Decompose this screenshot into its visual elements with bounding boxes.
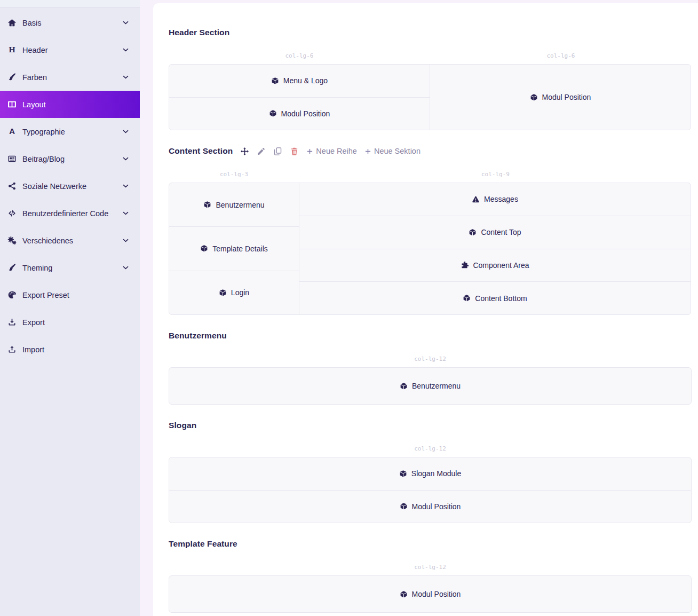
chevron-down-icon [122, 210, 129, 217]
module-cell[interactable]: Component Area [299, 249, 691, 282]
col-width-label: col-lg-12 [169, 564, 692, 571]
sidebar-item-theming[interactable]: Theming [0, 254, 140, 281]
sidebar-item-farben[interactable]: Farben [0, 64, 140, 91]
sidebar-item-label: Verschiedenes [22, 236, 73, 245]
chevron-down-icon [122, 46, 129, 53]
palette-icon [6, 290, 18, 299]
sidebar-item-typographie[interactable]: Typographie [0, 118, 140, 145]
sidebar-item-header[interactable]: Header [0, 36, 140, 64]
plus-icon [364, 148, 371, 155]
module-cell[interactable]: Menu & Logo [169, 64, 430, 98]
sidebar-item-label: Export [22, 318, 45, 327]
cube-icon [400, 382, 408, 390]
module-cell[interactable]: Content Bottom [299, 281, 691, 315]
sidebar-item-export[interactable]: Export [0, 309, 140, 336]
module-label: Modul Position [412, 502, 461, 511]
heading-icon [6, 45, 18, 54]
module-label: Login [231, 288, 249, 297]
move-icon[interactable] [240, 147, 249, 156]
module-label: Content Top [481, 228, 521, 236]
col-width-label: col-lg-12 [169, 445, 692, 452]
sidebar-item-label: Typographie [22, 128, 65, 136]
brush-icon [6, 73, 18, 82]
chevron-down-icon [122, 264, 129, 271]
home-icon [6, 18, 18, 27]
newspaper-icon [6, 154, 18, 163]
builder-column: Slogan Module Modul Position [169, 457, 692, 523]
chevron-down-icon [122, 237, 129, 244]
module-cell[interactable]: Modul Position [430, 64, 691, 130]
column-width-labels: col-lg-3 col-lg-9 [169, 171, 692, 178]
col-width-label: col-lg-3 [169, 171, 299, 178]
builder-section-content: Content Section Neue Reihe Neue Sektion … [169, 146, 692, 315]
module-label: Messages [484, 195, 518, 203]
module-cell[interactable]: Slogan Module [169, 457, 692, 491]
builder-column: Modul Position [169, 575, 692, 613]
sidebar-item-beitrag-blog[interactable]: Beitrag/Blog [0, 145, 140, 172]
cogs-icon [6, 236, 18, 245]
section-title: Template Feature [169, 539, 237, 549]
builder-column: Benutzermenu Template Details Login [169, 183, 299, 315]
brush-icon [6, 263, 18, 272]
module-cell[interactable]: Benutzermenu [169, 183, 299, 227]
sidebar-item-verschiedenes[interactable]: Verschiedenes [0, 227, 140, 254]
sidebar-item-label: Import [22, 345, 44, 354]
layout-builder-panel: Header Section col-lg-6 col-lg-6 Menu & … [153, 3, 698, 616]
module-cell[interactable]: Modul Position [169, 575, 692, 613]
cube-icon [530, 93, 538, 101]
section-title: Slogan [169, 421, 196, 430]
sidebar-top-strip [0, 0, 140, 8]
copy-icon[interactable] [273, 147, 282, 156]
module-cell[interactable]: Modul Position [169, 97, 430, 131]
module-label: Slogan Module [411, 469, 461, 478]
builder-section-benutzermenu: Benutzermenu col-lg-12 Benutzermenu [169, 331, 692, 405]
warning-icon [472, 195, 480, 203]
sidebar-nav: Basis Header Farben Layout Typographie B… [0, 8, 140, 363]
sidebar-item-layout[interactable]: Layout [0, 91, 140, 118]
sidebar-item-label: Header [22, 46, 48, 54]
new-row-button[interactable]: Neue Reihe [306, 147, 357, 155]
trash-icon[interactable] [290, 147, 299, 156]
module-label: Benutzermenu [216, 201, 264, 209]
col-width-label: col-lg-6 [169, 52, 430, 59]
builder-row: Modul Position [169, 575, 692, 613]
edit-icon[interactable] [257, 147, 266, 156]
module-cell[interactable]: Modul Position [169, 490, 692, 524]
sidebar-item-basis[interactable]: Basis [0, 9, 140, 36]
sidebar-item-label: Export Preset [22, 291, 69, 299]
cube-icon [399, 470, 407, 478]
module-cell[interactable]: Template Details [169, 226, 299, 271]
col-width-label: col-lg-6 [430, 52, 692, 59]
builder-section-template-feature: Template Feature col-lg-12 Modul Positio… [169, 539, 692, 613]
chevron-down-icon [122, 128, 129, 135]
sidebar-item-benutzerdefinierter-code[interactable]: Benutzerdefinierter Code [0, 200, 140, 227]
cube-icon [463, 294, 471, 302]
download-icon [6, 318, 18, 327]
module-label: Template Details [212, 244, 268, 253]
column-width-labels: col-lg-12 [169, 445, 692, 452]
new-section-label: Neue Sektion [374, 147, 421, 155]
module-cell[interactable]: Messages [299, 183, 691, 216]
col-width-label: col-lg-12 [169, 356, 692, 362]
sidebar-item-label: Basis [22, 19, 41, 27]
font-icon [6, 127, 18, 136]
cube-icon [400, 502, 408, 510]
upload-icon [6, 345, 18, 354]
module-cell[interactable]: Content Top [299, 216, 691, 249]
sidebar-item-export-preset[interactable]: Export Preset [0, 281, 140, 309]
column-width-labels: col-lg-12 [169, 356, 692, 362]
sidebar-item-import[interactable]: Import [0, 336, 140, 363]
module-label: Menu & Logo [283, 76, 328, 85]
chevron-down-icon [122, 155, 129, 162]
chevron-down-icon [122, 183, 129, 189]
new-section-button[interactable]: Neue Sektion [364, 147, 421, 155]
module-cell[interactable]: Login [169, 271, 299, 315]
sidebar-item-soziale-netzwerke[interactable]: Soziale Netzwerke [0, 172, 140, 200]
share-icon [6, 181, 18, 191]
module-cell[interactable]: Benutzermenu [169, 367, 692, 405]
code-icon [6, 209, 18, 218]
builder-section-slogan: Slogan col-lg-12 Slogan Module Modul Pos… [169, 421, 692, 523]
cube-icon [219, 289, 227, 297]
section-title: Header Section [169, 28, 229, 37]
settings-sidebar: Basis Header Farben Layout Typographie B… [0, 0, 140, 616]
